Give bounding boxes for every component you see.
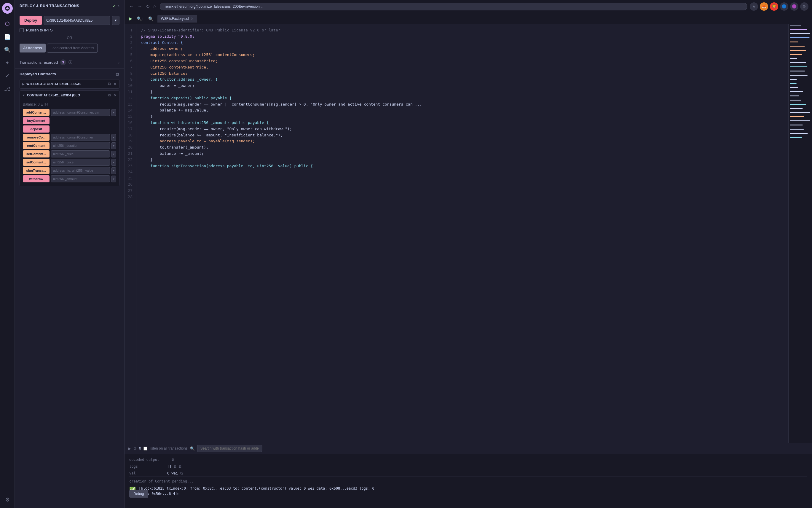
- tab-bar: ▶ 🔍+ 🔍- W3FlixFactory.sol ✕: [125, 13, 812, 24]
- decoded-output-label: decoded output: [129, 458, 165, 462]
- fn-setcontent1-button[interactable]: setContent...: [23, 151, 49, 158]
- fn-setcontent1-input[interactable]: [51, 151, 110, 158]
- fn-removecontent-input[interactable]: [51, 134, 110, 141]
- fn-buycontent-button[interactable]: buyContent: [23, 117, 49, 124]
- at-address-row: At Address Load contract from Address: [19, 44, 120, 52]
- decoded-output-copy-icon[interactable]: ⧉: [172, 458, 174, 462]
- fn-removecontent-dropdown[interactable]: ▾: [111, 134, 116, 141]
- fn-withdraw-dropdown[interactable]: ▾: [111, 176, 116, 182]
- fn-addcontent-dropdown[interactable]: ▾: [111, 109, 116, 116]
- fn-setcontent2-dropdown[interactable]: ▾: [111, 159, 116, 166]
- files-icon[interactable]: 📄: [2, 32, 13, 42]
- copy-address-icon[interactable]: ⧉: [108, 82, 110, 86]
- fn-signtransaction-input[interactable]: [51, 167, 110, 174]
- fn-setcontent2-button[interactable]: setContent...: [23, 159, 49, 166]
- home-button[interactable]: ⌂: [152, 3, 157, 10]
- fn-removecontent-button[interactable]: removeCo...: [23, 134, 49, 141]
- tx-count-badge: 3: [60, 59, 66, 65]
- deploy-button[interactable]: Deploy: [19, 16, 42, 25]
- reload-button[interactable]: ↻: [145, 3, 151, 10]
- deployed-contracts-title: Deployed Contracts: [19, 72, 56, 76]
- fn-rentcontent-button[interactable]: rentContent: [23, 142, 49, 149]
- zoom-in-icon[interactable]: 🔍+: [135, 16, 145, 22]
- logs-label: logs: [129, 464, 165, 469]
- settings-icon[interactable]: ⚙: [2, 494, 13, 505]
- search-bottom-input[interactable]: [197, 445, 262, 452]
- run-button[interactable]: ▶: [127, 15, 134, 22]
- metamask-icon[interactable]: 🦊: [760, 2, 768, 11]
- at-address-button[interactable]: At Address: [19, 44, 46, 52]
- fn-rentcontent-dropdown[interactable]: ▾: [111, 142, 116, 149]
- deploy-row: Deploy ▾: [19, 16, 120, 25]
- contract-item-w3flixfactory: ▶ W3FLIXFACTORY AT 0X68F...F65A0 ⧉ ✕: [19, 79, 120, 89]
- git-icon[interactable]: ⎇: [2, 84, 13, 94]
- tab-close-icon[interactable]: ✕: [191, 16, 193, 21]
- fn-setcontent1-dropdown[interactable]: ▾: [111, 151, 116, 158]
- deploy-address-input[interactable]: [44, 16, 110, 25]
- contract-toggle-icon: ▶: [22, 82, 25, 86]
- info-icon[interactable]: ⓘ: [69, 59, 72, 65]
- fn-withdraw-input[interactable]: [51, 175, 110, 182]
- close-contract-icon[interactable]: ✕: [114, 82, 117, 86]
- bookmark-icon[interactable]: ★: [750, 2, 758, 11]
- copy-address-icon-2[interactable]: ⧉: [108, 93, 110, 97]
- val-label: val: [129, 471, 165, 475]
- contract-toggle-icon-2: ▼: [22, 94, 25, 97]
- test-icon[interactable]: ✔: [2, 71, 13, 81]
- search-icon[interactable]: 🔍: [2, 44, 13, 55]
- val-row: val 0 wei ⧉: [129, 470, 807, 477]
- fn-row-rentcontent: rentContent ▾: [23, 142, 116, 149]
- deploy-icon[interactable]: ⬡: [2, 18, 13, 29]
- transactions-expand-icon[interactable]: ›: [118, 60, 120, 65]
- decoded-output-dash: –: [167, 458, 169, 462]
- fn-addcontent-button[interactable]: addConten...: [23, 109, 49, 116]
- back-button[interactable]: ←: [128, 3, 135, 10]
- contract-header-w3flixfactory[interactable]: ▶ W3FLIXFACTORY AT 0X68F...F65A0 ⧉ ✕: [20, 80, 119, 88]
- sidebar: DEPLOY & RUN TRANSACTIONS ✓ › Deploy ▾ P…: [15, 0, 125, 508]
- bottom-toolbar-run-icon[interactable]: ▶: [128, 446, 131, 451]
- logs-copy-icon-1[interactable]: ⧉: [174, 464, 176, 469]
- zoom-out-icon[interactable]: 🔍-: [147, 16, 156, 22]
- icon-bar: ⬡ 📄 🔍 ✦ ✔ ⎇ ⚙: [0, 0, 15, 508]
- or-divider: OR: [19, 35, 120, 41]
- editor-area: ▶ 🔍+ 🔍- W3FlixFactory.sol ✕ 123456789101…: [125, 13, 812, 508]
- fn-signtransaction-dropdown[interactable]: ▾: [111, 167, 116, 174]
- contract-header-content[interactable]: ▼ CONTENT AT 0X542...ED3D4 (BLO ⧉ ✕: [20, 91, 119, 100]
- fn-rentcontent-input[interactable]: [51, 142, 110, 149]
- sidebar-title: DEPLOY & RUN TRANSACTIONS: [19, 4, 80, 8]
- minimap: [788, 24, 812, 443]
- fn-signtransaction-button[interactable]: signTransa...: [23, 167, 49, 174]
- compile-icon[interactable]: ✦: [2, 57, 13, 68]
- fn-row-setcontent1: setContent... ▾: [23, 151, 116, 158]
- decoded-output-row: decoded output – ⧉: [129, 456, 807, 463]
- logs-copy-icon-2[interactable]: ⧉: [179, 464, 181, 469]
- expand-icon[interactable]: ›: [118, 4, 120, 8]
- fn-withdraw-button[interactable]: withdraw: [23, 175, 49, 182]
- debug-button[interactable]: Debug: [129, 490, 148, 498]
- listen-checkbox[interactable]: [143, 447, 147, 451]
- fn-addcontent-input[interactable]: [51, 109, 110, 116]
- trash-icon[interactable]: 🗑: [115, 72, 120, 76]
- ext1-icon[interactable]: 🔵: [780, 2, 788, 11]
- search-bottom-icon[interactable]: 🔍: [190, 446, 195, 451]
- fn-deposit-button[interactable]: deposit: [23, 125, 49, 133]
- brave-icon[interactable]: 🦁: [770, 2, 778, 11]
- load-contract-button[interactable]: Load contract from Address: [47, 44, 98, 52]
- code-content[interactable]: // SPDX-License-Identifier: GNU Public L…: [136, 24, 788, 443]
- ext3-icon[interactable]: ⚙: [800, 2, 808, 11]
- val-copy-icon[interactable]: ⧉: [180, 471, 183, 475]
- url-bar[interactable]: [160, 3, 748, 10]
- bottom-toolbar-block-icon[interactable]: ⊘: [133, 446, 137, 451]
- ext2-icon[interactable]: 🟣: [790, 2, 798, 11]
- editor-tab[interactable]: W3FlixFactory.sol ✕: [157, 15, 197, 23]
- fn-setcontent2-input[interactable]: [51, 159, 110, 166]
- sidebar-content: Deploy ▾ Publish to IPFS OR At Address L…: [15, 12, 124, 56]
- contract-name-w3flixfactory: W3FLIXFACTORY AT 0X68F...F65A0: [27, 82, 105, 86]
- transactions-label: Transactions recorded: [19, 60, 58, 65]
- deploy-dropdown[interactable]: ▾: [112, 16, 120, 25]
- publish-checkbox[interactable]: [19, 28, 24, 32]
- close-contract-icon-2[interactable]: ✕: [114, 93, 117, 97]
- forward-button[interactable]: →: [136, 3, 143, 10]
- deployed-contracts-section: Deployed Contracts 🗑 ▶ W3FLIXFACTORY AT …: [15, 69, 124, 508]
- pending-msg: creation of Content pending...: [129, 479, 807, 483]
